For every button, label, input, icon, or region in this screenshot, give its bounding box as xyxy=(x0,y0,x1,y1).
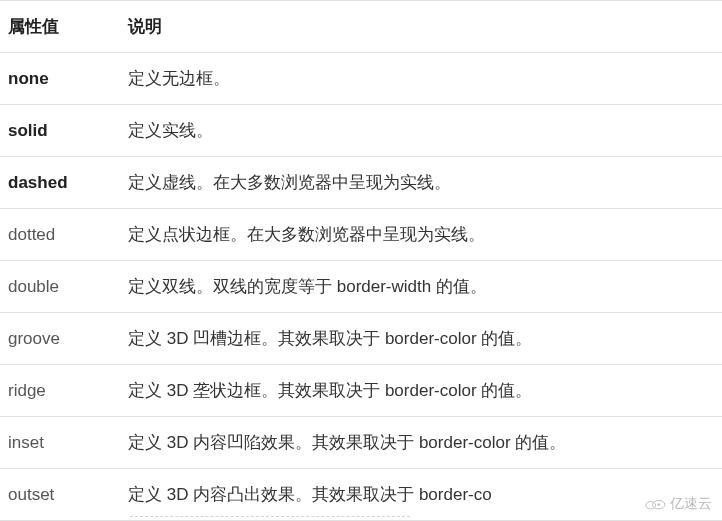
value-cell: inset xyxy=(0,417,120,469)
value-cell: ridge xyxy=(0,365,120,417)
desc-cell: 定义 3D 凹槽边框。其效果取决于 border-color 的值。 xyxy=(120,313,722,365)
table-row: none定义无边框。 xyxy=(0,53,722,105)
value-cell: dotted xyxy=(0,209,120,261)
svg-point-2 xyxy=(657,503,659,505)
value-cell: outset xyxy=(0,469,120,521)
desc-cell: 定义双线。双线的宽度等于 border-width 的值。 xyxy=(120,261,722,313)
desc-cell: 定义点状边框。在大多数浏览器中呈现为实线。 xyxy=(120,209,722,261)
header-row: 属性值 说明 xyxy=(0,1,722,53)
value-cell: groove xyxy=(0,313,120,365)
table-row: dotted定义点状边框。在大多数浏览器中呈现为实线。 xyxy=(0,209,722,261)
desc-cell: 定义实线。 xyxy=(120,105,722,157)
table-row: ridge定义 3D 垄状边框。其效果取决于 border-color 的值。 xyxy=(0,365,722,417)
desc-cell: 定义无边框。 xyxy=(120,53,722,105)
value-cell: none xyxy=(0,53,120,105)
table-row: dashed定义虚线。在大多数浏览器中呈现为实线。 xyxy=(0,157,722,209)
value-cell: dashed xyxy=(0,157,120,209)
table-row: groove定义 3D 凹槽边框。其效果取决于 border-color 的值。 xyxy=(0,313,722,365)
desc-cell: 定义虚线。在大多数浏览器中呈现为实线。 xyxy=(120,157,722,209)
property-table: 属性值 说明 none定义无边框。solid定义实线。dashed定义虚线。在大… xyxy=(0,0,722,521)
table-row: solid定义实线。 xyxy=(0,105,722,157)
table-row: inset定义 3D 内容凹陷效果。其效果取决于 border-color 的值… xyxy=(0,417,722,469)
table-row: outset定义 3D 内容凸出效果。其效果取决于 border-co xyxy=(0,469,722,521)
watermark-text: 亿速云 xyxy=(670,495,712,513)
table-row: double定义双线。双线的宽度等于 border-width 的值。 xyxy=(0,261,722,313)
value-cell: solid xyxy=(0,105,120,157)
desc-cell: 定义 3D 内容凸出效果。其效果取决于 border-co xyxy=(120,469,722,521)
header-desc: 说明 xyxy=(120,1,722,53)
value-cell: double xyxy=(0,261,120,313)
footer-dashed-line xyxy=(130,516,410,517)
cloud-icon xyxy=(644,497,666,511)
watermark: 亿速云 xyxy=(644,495,712,513)
header-value: 属性值 xyxy=(0,1,120,53)
desc-cell: 定义 3D 内容凹陷效果。其效果取决于 border-color 的值。 xyxy=(120,417,722,469)
desc-cell: 定义 3D 垄状边框。其效果取决于 border-color 的值。 xyxy=(120,365,722,417)
